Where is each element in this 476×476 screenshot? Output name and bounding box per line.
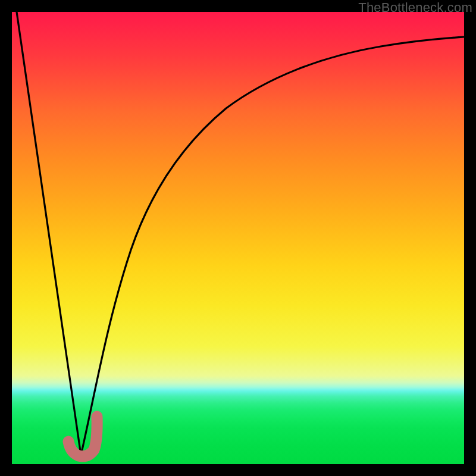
plot-area: [12, 12, 464, 464]
chart-container: TheBottleneck.com: [0, 0, 476, 476]
line-right-curve: [81, 37, 464, 455]
chart-lines: [12, 12, 464, 464]
watermark-text: TheBottleneck.com: [358, 0, 472, 15]
marker-dot: [63, 436, 74, 447]
line-left-slope: [17, 12, 81, 455]
